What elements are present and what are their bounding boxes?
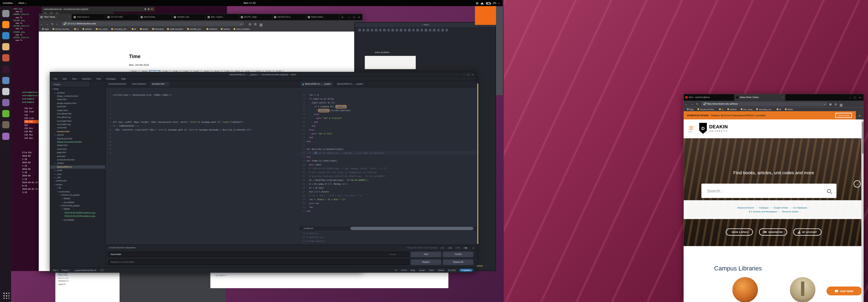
- close-banner-icon[interactable]: ×: [856, 111, 864, 120]
- browser-tab-3[interactable]: jekyll include...: [139, 14, 172, 20]
- deakin-wordmark[interactable]: DEAKIN: [709, 124, 728, 130]
- replace-all-button[interactable]: Replace All: [443, 259, 473, 265]
- tree-folder-screenshots[interactable]: ▾screenshots: [51, 190, 105, 193]
- scrollbar[interactable]: [861, 120, 864, 302]
- chat-now-button[interactable]: CHAT NOW!: [827, 287, 862, 295]
- learn-more-button[interactable]: LEARN MORE: [835, 113, 852, 118]
- toolbar-icon[interactable]: [412, 29, 414, 31]
- toolbar-icon[interactable]: [404, 29, 406, 31]
- tree-file-default-post.html[interactable]: default-post.html: [51, 137, 105, 140]
- link-google-scholar[interactable]: Google Scholar: [774, 207, 788, 209]
- chevron-icon[interactable]: ▾: [55, 92, 55, 94]
- atom-titlebar[interactable]: MyAssetFilter.rb — ._plugins — ~/src/web…: [51, 72, 475, 77]
- minimize-icon[interactable]: [145, 8, 147, 10]
- browser-tab-5[interactable]: date—Liquid t...: [206, 14, 239, 20]
- status-fetch[interactable]: Fetch: [429, 269, 434, 271]
- search-input[interactable]: Search...: [707, 188, 827, 193]
- tree-file-icon-github.svg[interactable]: icon-github.svg: [51, 116, 105, 119]
- close-tab-icon[interactable]: ×: [69, 16, 70, 18]
- toolbar-icon[interactable]: [400, 29, 402, 31]
- word-option-icon[interactable]: “”: [455, 246, 461, 250]
- menu-edit[interactable]: Edit: [63, 77, 66, 80]
- minimize-icon[interactable]: –: [348, 15, 350, 19]
- updates-badge[interactable]: 4 updates: [460, 269, 473, 272]
- toolbar-icon[interactable]: [366, 29, 369, 31]
- menu-help[interactable]: Help: [121, 77, 126, 80]
- reload-icon[interactable]: ↻: [696, 102, 699, 106]
- tab-bar[interactable]: Inbox - anjsimmo@gmai...Library Home | L…: [684, 94, 864, 101]
- toolbar-icon[interactable]: [429, 29, 431, 31]
- status-lf[interactable]: LF: [395, 269, 397, 271]
- tree-folder-_includes[interactable]: ▾_includes: [51, 91, 105, 95]
- toolbar-icon[interactable]: [441, 29, 444, 31]
- clock[interactable]: Mon 17:15: [244, 0, 255, 6]
- tree-file-head.html[interactable]: head.html: [51, 105, 105, 109]
- bookmark-public-transport[interactable]: public transport: [167, 28, 183, 30]
- extensions-icon[interactable]: ▣: [829, 102, 832, 106]
- link-advanced-search[interactable]: Advanced Search: [737, 207, 754, 209]
- app-menu[interactable]: Atom▾: [16, 2, 29, 4]
- hero-next-icon[interactable]: ›: [854, 180, 861, 188]
- chevron-icon[interactable]: ▾: [55, 183, 55, 186]
- navigation-toolbar[interactable]: ← → ↻ https://www.deakin.edu.au/library …: [684, 101, 864, 107]
- library-search-bar[interactable]: Search...: [702, 184, 836, 198]
- my-account-button[interactable]: MY ACCOUNT: [794, 228, 821, 236]
- status-ruby[interactable]: Ruby: [410, 269, 415, 271]
- link-resource-guides[interactable]: Resource Guides: [782, 210, 799, 212]
- toolbar-icon[interactable]: [362, 29, 365, 31]
- toolbar-icon[interactable]: [433, 29, 435, 31]
- status-utf-8[interactable]: UTF-8: [401, 269, 407, 271]
- toolbar-icons[interactable]: [358, 29, 491, 31]
- tree-folder-2019-03-08_postdoc[interactable]: ▾2019-03-08_postdoc: [51, 204, 105, 207]
- dock-rhythmbox-icon[interactable]: [2, 55, 9, 62]
- tree-file-screenshot-list.html[interactable]: screenshot-list.html: [51, 158, 105, 162]
- close-icon[interactable]: ×: [358, 15, 360, 19]
- toolbar-icon[interactable]: [383, 29, 385, 31]
- bookmark-scientific-pro-[interactable]: scientific_pro...: [187, 28, 203, 30]
- activities-button[interactable]: Activities: [0, 2, 16, 4]
- horizontal-scrollbar[interactable]: _config.yml: [300, 226, 476, 231]
- tree-file-icon-twitter.html[interactable]: icon-twitter.html: [51, 119, 105, 123]
- tree-file-icon-twitter.svg[interactable]: icon-twitter.svg: [51, 123, 105, 126]
- link-a-z-journals-and-newspapers[interactable]: A-Z Journals and Newspapers: [749, 210, 777, 212]
- bookmark-executing-not-[interactable]: executing_not...: [756, 108, 773, 110]
- tree-view[interactable]: Project ▾jekyll▾_includesdisqus_comments…: [51, 81, 106, 267]
- bookmarks-bar[interactable]: AppsAccess via Dea...csskillsetsmac_setu…: [39, 27, 363, 32]
- chevron-icon[interactable]: ▸: [57, 187, 58, 189]
- toolbar-icon[interactable]: [371, 29, 373, 31]
- url-text[interactable]: 127.0.0.1:4000/notes/time.html: [67, 23, 239, 25]
- forward-icon[interactable]: →: [46, 22, 49, 25]
- tree-file-disqus_comments.html[interactable]: disqus_comments.html: [51, 95, 105, 98]
- bookmark-deakin[interactable]: deakin: [785, 108, 793, 110]
- tree-file-google-analytics.html[interactable]: google-analytics.html: [51, 101, 105, 105]
- search-icon[interactable]: [827, 189, 831, 193]
- deakin-shield-logo[interactable]: D: [699, 123, 707, 134]
- toolbar-icon[interactable]: [379, 29, 381, 31]
- menu-packages[interactable]: Packages: [106, 77, 116, 80]
- tree-folder-billable[interactable]: ▸billable: [51, 197, 105, 200]
- terminal-window-controls[interactable]: [145, 8, 153, 10]
- editor-config-yml[interactable]: 38# Gemfile39# Gemfile.lock40# node_modu…: [300, 231, 476, 244]
- tree-file-timeslice.html[interactable]: timeslice.html: [51, 130, 105, 133]
- bookmark-cs[interactable]: cs: [74, 28, 79, 30]
- browser-tab-6[interactable]: Git LFS - large...: [239, 14, 272, 20]
- dock-atom-icon[interactable]: [2, 110, 9, 117]
- tree-folder-_site[interactable]: ▸_site: [51, 176, 105, 179]
- bookmark-mac-setup[interactable]: mac_setup: [741, 108, 752, 110]
- dock-software-updater-icon[interactable]: [2, 10, 9, 17]
- close-tab-icon[interactable]: ×: [166, 83, 168, 85]
- tree-file-2019-03-08-125000.evidence.png[interactable]: 2019-03-08-125000.evidence.png: [51, 211, 105, 214]
- tree-file-default-screenshot-list.html[interactable]: default-screenshot-list.html: [51, 140, 105, 144]
- link-a-z-databases[interactable]: A-Z Databases: [793, 207, 807, 209]
- library-icon[interactable]: ▤: [249, 22, 251, 25]
- campus-photo-2[interactable]: [790, 277, 815, 302]
- editor-tab-screenshot-list.html[interactable]: screenshot-list.html: [106, 81, 129, 87]
- chevron-icon[interactable]: ▾: [60, 194, 60, 196]
- scrollbar-thumb[interactable]: [350, 227, 473, 230]
- chevron-icon[interactable]: ▸: [62, 198, 63, 200]
- account-icon[interactable]: ◍: [835, 102, 837, 106]
- close-icon[interactable]: [151, 8, 153, 10]
- atom-menubar[interactable]: FileEditViewSelectionFindPackagesHelp: [51, 77, 475, 81]
- maximize-icon[interactable]: [148, 8, 150, 10]
- tree-file-social.html[interactable]: social.html: [51, 126, 105, 130]
